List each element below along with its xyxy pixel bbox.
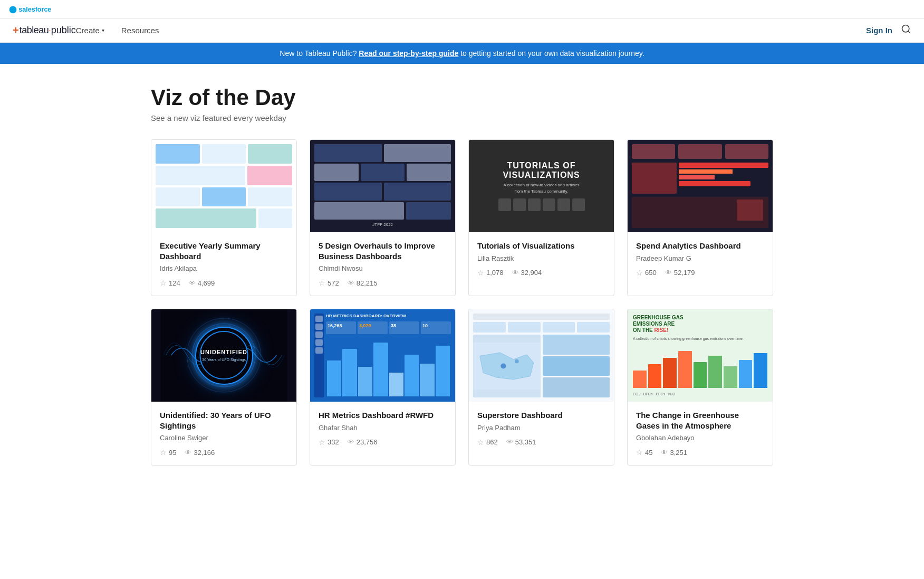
ss-stat-2 <box>508 322 541 333</box>
svg-line-2 <box>908 31 910 33</box>
viz-thumbnail-7 <box>469 309 614 402</box>
viz-stars-4: ☆ 650 <box>636 269 657 277</box>
star-icon-8: ☆ <box>636 448 643 457</box>
search-icon <box>901 24 911 34</box>
hr-stat-num-4: 10 <box>422 323 449 328</box>
salesforce-logo[interactable]: ⬤ salesforce <box>8 3 51 15</box>
viz-title-2: 5 Design Overhauls to Improve Business D… <box>319 241 447 261</box>
ss-stat-1 <box>473 322 506 333</box>
main-content: Viz of the Day See a new viz featured ev… <box>119 64 805 497</box>
dark-map <box>632 197 768 228</box>
viz-thumbnail-3: TUTORIALS OFVISUALIZATIONS A collection … <box>469 140 614 232</box>
logo-plus: + <box>13 24 19 36</box>
salesforce-bar: ⬤ salesforce <box>0 0 924 18</box>
gh-legend: CO₂ HFCs PFCs N₂O <box>633 392 767 396</box>
logo-public: public <box>51 25 76 36</box>
dark-chart-area <box>632 163 768 194</box>
viz-info-1: Executive Yearly Summary Dashboard Idris… <box>151 232 296 296</box>
hr-top-stats: 16,265 3,029 38 10 <box>326 321 451 334</box>
eye-icon-8: 👁 <box>661 449 668 457</box>
viz-author-2: Chimdi Nwosu <box>319 264 447 272</box>
nav-create[interactable]: Create <box>76 26 104 35</box>
main-nav: + tableau · public Create Resources Sign… <box>0 18 924 43</box>
viz-stats-1: ☆ 124 👁 4,699 <box>160 279 288 287</box>
viz-info-5: Unidentified: 30 Years of UFO Sightings … <box>151 402 296 465</box>
hr-stat-num-2: 3,029 <box>359 323 386 328</box>
viz-stars-2: ☆ 572 <box>319 279 339 287</box>
viz-stars-8: ☆ 45 <box>636 448 652 457</box>
viz-views-7: 👁 53,351 <box>506 438 536 446</box>
viz-card-3[interactable]: TUTORIALS OFVISUALIZATIONS A collection … <box>468 139 614 296</box>
viz-stats-8: ☆ 45 👁 3,251 <box>636 448 764 457</box>
viz-stars-6: ☆ 332 <box>319 438 339 447</box>
viz-card-7[interactable]: Superstore Dashboard Priya Padham ☆ 862 … <box>468 309 614 466</box>
hr-stat-num-1: 16,265 <box>328 323 354 328</box>
hr-sidebar <box>314 314 324 397</box>
viz-stats-2: ☆ 572 👁 82,215 <box>319 279 447 287</box>
ufo-circle: UNIDENTIFIED 30 Years of UFO Sightings <box>195 327 253 385</box>
nav-resources[interactable]: Resources <box>121 26 159 35</box>
hr-stat-3: 38 <box>389 321 419 334</box>
viz-title-5: Unidentified: 30 Years of UFO Sightings <box>160 410 288 431</box>
viz-views-3: 👁 32,904 <box>512 269 542 277</box>
ss-stats-row <box>473 322 610 333</box>
viz-info-7: Superstore Dashboard Priya Padham ☆ 862 … <box>469 402 614 455</box>
viz-views-2: 👁 82,215 <box>348 279 378 287</box>
viz-thumbnail-8: GREENHOUSE GASEMISSIONS AREON THE RISE! … <box>628 309 773 402</box>
viz-stats-5: ☆ 95 👁 32,166 <box>160 448 288 457</box>
gh-chart <box>633 345 767 388</box>
viz-thumbnail-4 <box>628 140 773 232</box>
svg-point-11 <box>515 359 519 364</box>
star-icon-5: ☆ <box>160 448 167 457</box>
viz-card-8[interactable]: GREENHOUSE GASEMISSIONS AREON THE RISE! … <box>627 309 773 466</box>
eye-icon-3: 👁 <box>512 269 519 277</box>
viz-info-4: Spend Analytics Dashboard Pradeep Kumar … <box>628 232 773 286</box>
eye-icon-4: 👁 <box>665 269 672 277</box>
viz-thumbnail-6: HR METRICS DASHBOARD: OVERVIEW 16,265 3,… <box>310 309 455 402</box>
viz-views-5: 👁 32,166 <box>185 449 215 457</box>
eye-icon-5: 👁 <box>185 449 191 457</box>
sign-in-button[interactable]: Sign In <box>866 26 892 35</box>
nav-links: Create Resources <box>76 26 866 35</box>
hr-chart <box>326 336 451 397</box>
star-icon-4: ☆ <box>636 269 643 277</box>
viz-author-3: Lilla Rasztik <box>477 254 605 262</box>
viz-title-3: Tutorials of Visualizations <box>477 241 605 251</box>
search-button[interactable] <box>901 24 911 37</box>
viz-card-5[interactable]: UNIDENTIFIED 30 Years of UFO Sightings U… <box>151 309 297 466</box>
tableau-public-logo[interactable]: + tableau · public <box>13 24 76 36</box>
viz-thumbnail-1 <box>151 140 296 232</box>
svg-point-10 <box>500 363 506 368</box>
gh-legend-hfcs: HFCs <box>643 392 653 396</box>
ss-charts <box>543 335 610 397</box>
svg-text:⬤ salesforce: ⬤ salesforce <box>9 6 51 14</box>
page-title: Viz of the Day <box>151 85 773 110</box>
ss-map <box>473 335 541 397</box>
eye-icon-2: 👁 <box>348 279 354 287</box>
ss-stat-4 <box>577 322 610 333</box>
viz-views-8: 👁 3,251 <box>661 449 687 457</box>
viz-card-1[interactable]: Executive Yearly Summary Dashboard Idris… <box>151 139 297 296</box>
tutorial-subtitle-text: A collection of how-to videos and articl… <box>498 182 585 194</box>
viz-title-7: Superstore Dashboard <box>477 410 605 421</box>
viz-grid: Executive Yearly Summary Dashboard Idris… <box>151 139 773 466</box>
viz-views-1: 👁 4,699 <box>189 279 215 287</box>
viz-views-6: 👁 23,756 <box>348 438 378 446</box>
eye-icon-7: 👁 <box>506 438 513 446</box>
banner-link[interactable]: Read our step-by-step guide <box>359 49 458 58</box>
hr-header-text: HR METRICS DASHBOARD: OVERVIEW <box>326 314 451 318</box>
viz-card-6[interactable]: HR METRICS DASHBOARD: OVERVIEW 16,265 3,… <box>310 309 456 466</box>
hr-stat-1: 16,265 <box>326 321 356 334</box>
ufo-sub-text: 30 Years of UFO Sightings <box>202 357 246 362</box>
eye-icon-6: 👁 <box>348 438 354 446</box>
viz-card-4[interactable]: Spend Analytics Dashboard Pradeep Kumar … <box>627 139 773 296</box>
star-icon-7: ☆ <box>477 438 484 447</box>
viz-stars-3: ☆ 1,078 <box>477 269 504 277</box>
gh-desc-text: A collection of charts showing greenhous… <box>633 337 767 340</box>
viz-stars-5: ☆ 95 <box>160 448 176 457</box>
hr-stat-num-3: 38 <box>391 323 418 328</box>
viz-info-3: Tutorials of Visualizations Lilla Raszti… <box>469 232 614 286</box>
viz-card-2[interactable]: #TFF 2022 5 Design Overhauls to Improve … <box>310 139 456 296</box>
ss-main-area <box>473 335 610 397</box>
star-icon-3: ☆ <box>477 269 484 277</box>
